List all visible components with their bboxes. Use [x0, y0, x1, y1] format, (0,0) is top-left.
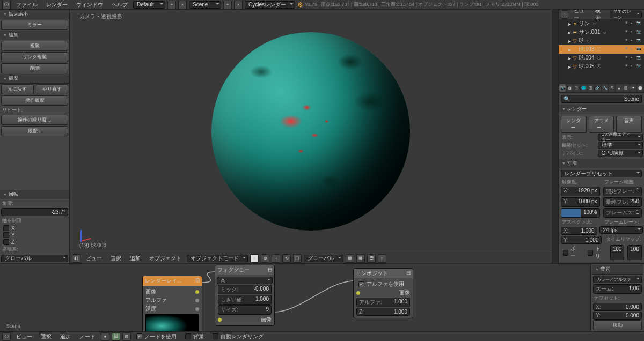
aspect-x-field[interactable]: X:1.000	[561, 227, 597, 235]
use-alpha-check[interactable]: アルファを使用	[355, 280, 411, 288]
output-socket[interactable]	[195, 299, 199, 302]
op-history-button[interactable]: 操作履歴	[1, 95, 68, 106]
outliner-item[interactable]: ▸▽球⦾👁▸📷	[559, 36, 644, 45]
glare-node[interactable]: フォググロー⊟ 高 ミック:-0.800 しきい値:1.000 サイズ:9 画像	[215, 265, 275, 326]
composite-alpha-field[interactable]: アルファ:1.000	[356, 298, 410, 307]
glare-size-field[interactable]: サイズ:9	[218, 305, 272, 315]
outliner-item[interactable]: ▸▽球.004⦾👁▸📷	[559, 54, 644, 62]
snap-icon[interactable]: 𝌆	[367, 254, 376, 263]
output-socket[interactable]	[195, 307, 199, 311]
audio-button[interactable]: 音声	[616, 116, 642, 133]
outliner-tree[interactable]: ▸☀サン○👁▸📷▸☀サン.001○👁▸📷▸▽球⦾👁▸📷▸▽球.003⦾👁▸📷▸▽…	[559, 19, 644, 84]
dimensions-panel-header[interactable]: 寸法	[559, 159, 644, 168]
constraints-tab-icon[interactable]: 🔗	[595, 84, 601, 92]
layout-selector[interactable]: Default	[133, 1, 165, 9]
axis-y-check[interactable]: Y	[0, 232, 69, 239]
menu-help[interactable]: ヘルプ	[108, 0, 131, 10]
scene-name-field[interactable]: 🔍Scene	[561, 95, 642, 103]
3d-view-area[interactable]: カメラ・透視投影 (19) 球.003	[70, 10, 552, 253]
input-socket[interactable]	[356, 291, 360, 295]
display-mode-selector[interactable]: UV/画像エディター	[598, 134, 643, 141]
ne-view-menu[interactable]: ビュー	[13, 332, 35, 342]
glare-quality-selector[interactable]: 高	[217, 277, 273, 284]
layers-icon-2[interactable]: ▦	[356, 254, 365, 263]
mirror-button[interactable]: ミラー	[1, 20, 68, 30]
del-layout-icon[interactable]: ×	[178, 1, 187, 9]
frame-end-field[interactable]: 最終フレ:250	[603, 197, 642, 207]
remap-new-field[interactable]: 100	[627, 245, 642, 260]
res-y-field[interactable]: Y:1080 px	[561, 197, 600, 207]
add-scene-icon[interactable]: +	[223, 1, 232, 9]
outliner-item[interactable]: ▸☀サン○👁▸📷	[559, 19, 644, 28]
repeat-last-button[interactable]: 操作の繰り返し	[1, 115, 68, 125]
device-selector[interactable]: GPU演算	[598, 150, 643, 157]
metadata-panel-header[interactable]: メタデータ	[559, 262, 644, 263]
delete-button[interactable]: 削除	[1, 63, 68, 73]
output-socket[interactable]	[195, 290, 199, 294]
add-menu[interactable]: 追加	[127, 254, 144, 263]
renderlayers-tab-icon[interactable]: 🖼	[566, 84, 573, 92]
aspect-y-field[interactable]: Y:1.000	[561, 236, 602, 244]
outliner-editor-icon[interactable]: ☰	[561, 10, 568, 19]
undo-button[interactable]: 元に戻す	[1, 84, 34, 94]
res-percent-field[interactable]: 100%	[561, 208, 600, 218]
pivot-icon[interactable]: ⊕	[261, 254, 269, 263]
offset-y-field[interactable]: Y:0.000	[593, 312, 642, 320]
manipulator-scale-icon[interactable]: ◫	[293, 254, 302, 263]
shading-rendered-icon[interactable]: ●	[250, 254, 259, 263]
outliner-item[interactable]: ▸▽球.003⦾👁▸📷	[559, 45, 644, 54]
animation-button[interactable]: アニメー...	[589, 116, 614, 133]
ne-add-menu[interactable]: 追加	[57, 332, 74, 342]
frame-start-field[interactable]: 開始フレー:1	[603, 187, 642, 196]
scene-tab-icon[interactable]: 🎬	[573, 84, 580, 92]
bg-panel-header[interactable]: 背景	[592, 265, 643, 275]
texture-tab-icon[interactable]: ▨	[623, 84, 630, 92]
backdrop-check[interactable]: 背景	[182, 332, 207, 341]
axis-x-check[interactable]: X	[0, 225, 69, 232]
redo-button[interactable]: やり直す	[36, 84, 69, 94]
select-menu[interactable]: 選択	[107, 254, 125, 263]
history-panel-header[interactable]: 履歴	[0, 74, 69, 84]
angle-field[interactable]: -23.7°	[1, 208, 68, 216]
data-tab-icon[interactable]: ▽	[609, 84, 615, 92]
input-socket[interactable]	[218, 318, 222, 322]
physics-tab-icon[interactable]: ⬤	[637, 84, 643, 92]
modifiers-tab-icon[interactable]: 🔧	[602, 84, 608, 92]
render-preset-selector[interactable]: レンダープリセット	[561, 170, 642, 177]
object-menu[interactable]: オブジェクト	[146, 254, 185, 263]
world-tab-icon[interactable]: 🌐	[581, 84, 587, 92]
node-header[interactable]: レンダーレイ...⊟	[143, 276, 202, 286]
color-alpha-selector[interactable]: カラーとアルファ	[593, 276, 642, 283]
ne-select-menu[interactable]: 選択	[38, 332, 55, 342]
manipulator-icon[interactable]: ↔	[272, 254, 280, 263]
object-tab-icon[interactable]: ◫	[588, 84, 594, 92]
render-panel-header[interactable]: レンダー	[559, 105, 644, 114]
editor-type-3dview-icon[interactable]: ◧	[72, 254, 80, 263]
glare-threshold-field[interactable]: しきい値:1.000	[218, 295, 272, 305]
fps-selector[interactable]: 24 fps	[599, 226, 643, 234]
render-layers-node[interactable]: レンダーレイ...⊟ 画像 アルファ 深度 Scene	[142, 276, 202, 331]
node-header[interactable]: フォググロー⊟	[215, 265, 274, 275]
res-x-field[interactable]: X:1920 px	[561, 187, 600, 196]
shader-tree-icon[interactable]: ●	[101, 332, 109, 341]
frame-step-field[interactable]: フレームス:1	[603, 208, 642, 218]
glare-mix-field[interactable]: ミック:-0.800	[218, 285, 272, 294]
zoom-panel-header[interactable]: 拡大縮小	[0, 10, 69, 19]
compositing-tree-icon[interactable]: 🖼	[112, 332, 120, 341]
orientation-selector[interactable]: グローバル	[1, 255, 68, 262]
manipulator-rot-icon[interactable]: ⟲	[282, 254, 291, 263]
node-editor-area[interactable]: Scene レンダーレイ...⊟ 画像 アルファ 深度 Scene フォググロー…	[0, 264, 644, 331]
transform-orientation[interactable]: グローバル	[304, 255, 343, 262]
mode-selector[interactable]: オブジェクトモード	[187, 255, 248, 262]
render-tab-icon[interactable]: 📷	[559, 84, 566, 92]
outliner-display-mode[interactable]: 全てのシーン	[610, 11, 642, 18]
crop-check[interactable]: トリ	[584, 244, 608, 261]
featureset-selector[interactable]: 標準	[598, 142, 643, 149]
proportional-icon[interactable]: ○	[378, 254, 386, 263]
outliner-item[interactable]: ▸☀サン.001○👁▸📷	[559, 28, 644, 36]
engine-selector[interactable]: Cyclesレンダー	[245, 1, 295, 9]
rotate-panel-header[interactable]: 回転	[0, 190, 69, 199]
menu-window[interactable]: ウィンドウ	[73, 0, 106, 10]
outliner-item[interactable]: ▸▽球.005⦾👁▸📷	[559, 62, 644, 71]
node-editor-icon[interactable]: ⬡	[2, 332, 11, 341]
